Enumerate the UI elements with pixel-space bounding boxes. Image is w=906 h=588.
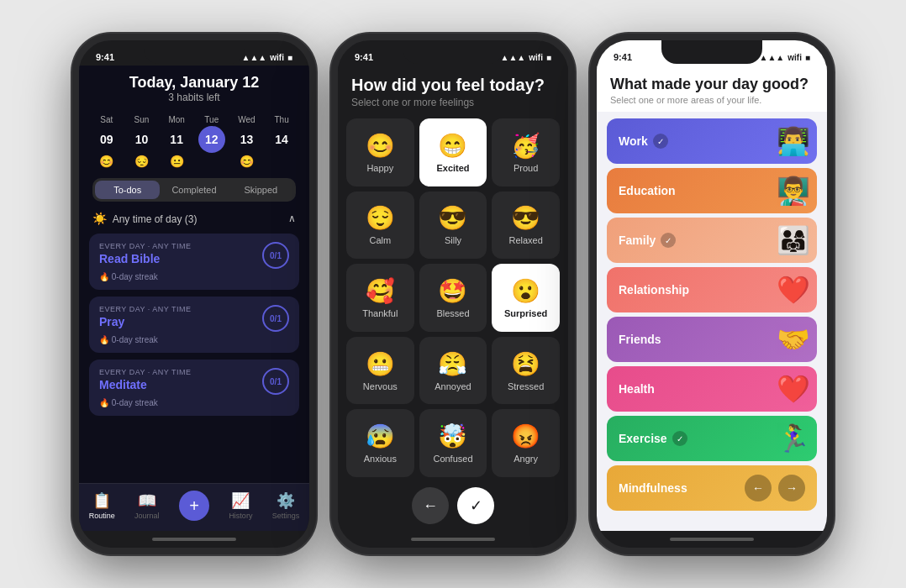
wifi-icon-3: wifi [787, 53, 802, 62]
status-icons-3: ▲▲▲ wifi ■ [760, 53, 810, 62]
happy-label: Happy [366, 163, 393, 173]
home-bar-1 [152, 538, 236, 541]
tab-skipped[interactable]: Skipped [229, 181, 293, 199]
feeling-confused[interactable]: 🤯 Confused [419, 409, 487, 477]
phone1-screen: Today, January 12 3 habits left Sat 09 😊… [79, 66, 309, 483]
feeling-nervous[interactable]: 😬 Nervous [346, 337, 414, 405]
battery-icon-2: ■ [546, 53, 551, 62]
categories-list: Work ✓ 👨‍💻 Education 👨‍🏫 Family ✓ 👨‍👩‍👧 … [597, 112, 827, 531]
surprised-emoji: 😮 [511, 277, 540, 305]
habit-circle-pray[interactable]: 0/1 [262, 305, 289, 332]
nav-history[interactable]: 📈 History [229, 491, 252, 520]
feeling-silly[interactable]: 😎 Silly [419, 192, 487, 260]
good-header: What made your day good? Select one or m… [597, 66, 827, 112]
work-check: ✓ [653, 134, 668, 149]
habit-circle-meditate[interactable]: 0/1 [262, 368, 289, 395]
feelings-grid: 😊 Happy 😁 Excited 🥳 Proud 😌 Calm 😎 [338, 115, 568, 480]
category-health[interactable]: Health ❤️ [607, 366, 817, 412]
excited-emoji: 😁 [438, 132, 467, 160]
routine-icon: 📋 [92, 491, 111, 510]
habit-circle-bible[interactable]: 0/1 [262, 242, 289, 269]
mindfulness-nav: ← → [745, 475, 805, 501]
family-illustration: 👨‍👩‍👧 [777, 224, 810, 256]
nav-add-button[interactable]: + [179, 491, 209, 521]
health-illustration: ❤️ [777, 373, 810, 405]
habit-meta-bible: EVERY DAY · ANY TIME [99, 242, 192, 250]
status-bar-2: 9:41 ▲▲▲ wifi ■ [338, 40, 568, 66]
habit-card-bible[interactable]: EVERY DAY · ANY TIME Read Bible 0/1 🔥 0-… [89, 234, 299, 290]
category-work[interactable]: Work ✓ 👨‍💻 [607, 118, 817, 164]
tab-completed[interactable]: Completed [161, 181, 226, 199]
habit-info-bible: EVERY DAY · ANY TIME Read Bible [99, 242, 192, 265]
category-exercise[interactable]: Exercise ✓ 🏃‍♀️ [607, 416, 817, 461]
habit-name-bible: Read Bible [99, 252, 192, 265]
excited-label: Excited [436, 163, 469, 173]
blessed-label: Blessed [436, 308, 469, 318]
signal-icon-3: ▲▲▲ [760, 53, 785, 62]
feeling-relaxed[interactable]: 😎 Relaxed [492, 192, 560, 260]
habit-streak-bible: 🔥 0-day streak [99, 272, 289, 281]
collapse-icon[interactable]: ∧ [288, 213, 296, 224]
signal-icon: ▲▲▲ [242, 53, 267, 62]
feeling-surprised[interactable]: 😮 Surprised [492, 264, 560, 332]
angry-emoji: 😡 [511, 423, 540, 450]
nav-journal[interactable]: 📖 Journal [134, 491, 160, 520]
phone-categories: 9:41 ▲▲▲ wifi ■ What made your day good?… [590, 34, 834, 554]
nav-routine[interactable]: 📋 Routine [89, 491, 115, 520]
tab-todos[interactable]: To-dos [95, 181, 160, 199]
habit-card-pray[interactable]: EVERY DAY · ANY TIME Pray 0/1 🔥 0-day st… [89, 297, 299, 353]
feelings-back-button[interactable]: ← [412, 487, 449, 524]
feelings-confirm-button[interactable]: ✓ [457, 487, 494, 524]
stressed-label: Stressed [508, 381, 544, 391]
section-header: ☀️ Any time of day (3) ∧ [79, 207, 309, 230]
nav-settings[interactable]: ⚙️ Settings [272, 491, 300, 520]
feeling-blessed[interactable]: 🤩 Blessed [419, 264, 487, 332]
anxious-emoji: 😰 [366, 423, 395, 450]
phones-container: 9:41 ▲▲▲ wifi ■ Today, January 12 3 habi… [55, 17, 851, 571]
good-subtitle: Select one or more areas of your life. [610, 95, 814, 105]
status-icons-2: ▲▲▲ wifi ■ [501, 53, 551, 62]
phone3-screen: What made your day good? Select one or m… [597, 66, 827, 531]
mindfulness-forward-button[interactable]: → [778, 475, 805, 501]
cal-day-sun: Sun 10 😔 [124, 115, 158, 168]
mindfulness-label: Mindfulness [619, 481, 687, 495]
annoyed-emoji: 😤 [438, 350, 467, 378]
time-2: 9:41 [355, 52, 373, 62]
routine-label: Routine [89, 512, 115, 520]
feeling-calm[interactable]: 😌 Calm [346, 192, 414, 260]
feelings-title: How did you feel today? [351, 76, 555, 95]
feeling-thankful[interactable]: 🥰 Thankful [346, 264, 414, 332]
exercise-label: Exercise [619, 432, 667, 445]
exercise-check: ✓ [672, 431, 687, 446]
category-family[interactable]: Family ✓ 👨‍👩‍👧 [607, 218, 817, 263]
anxious-label: Anxious [364, 454, 397, 464]
nervous-label: Nervous [363, 381, 398, 391]
habit-name-meditate: Meditate [99, 378, 192, 391]
journal-label: Journal [134, 512, 160, 520]
feeling-excited[interactable]: 😁 Excited [419, 118, 487, 186]
category-mindfulness[interactable]: Mindfulness ← → [607, 465, 817, 511]
category-education[interactable]: Education 👨‍🏫 [607, 168, 817, 213]
feeling-anxious[interactable]: 😰 Anxious [346, 409, 414, 477]
category-friends[interactable]: Friends 🤝 [607, 317, 817, 362]
tabs-bar: To-dos Completed Skipped [92, 178, 296, 202]
phone-feelings: 9:41 ▲▲▲ wifi ■ How did you feel today? … [331, 34, 575, 554]
mindfulness-back-button[interactable]: ← [745, 475, 772, 501]
battery-icon: ■ [287, 53, 292, 62]
feeling-proud[interactable]: 🥳 Proud [492, 118, 560, 186]
feeling-angry[interactable]: 😡 Angry [492, 409, 560, 477]
feeling-annoyed[interactable]: 😤 Annoyed [419, 337, 487, 405]
category-relationship[interactable]: Relationship ❤️ [607, 267, 817, 312]
habit-card-top-bible: EVERY DAY · ANY TIME Read Bible 0/1 [99, 242, 289, 269]
feeling-stressed[interactable]: 😫 Stressed [492, 337, 560, 405]
habit-card-meditate[interactable]: EVERY DAY · ANY TIME Meditate 0/1 🔥 0-da… [89, 360, 299, 416]
time-1: 9:41 [96, 52, 114, 62]
cal-day-wed: Wed 13 😊 [229, 115, 263, 168]
habit-info-pray: EVERY DAY · ANY TIME Pray [99, 305, 192, 328]
feeling-happy[interactable]: 😊 Happy [346, 118, 414, 186]
cal-day-tue-active[interactable]: Tue 12 [195, 115, 229, 168]
signal-icon-2: ▲▲▲ [501, 53, 526, 62]
surprised-label: Surprised [504, 308, 547, 318]
proud-label: Proud [514, 163, 538, 173]
exercise-illustration: 🏃‍♀️ [777, 423, 810, 454]
